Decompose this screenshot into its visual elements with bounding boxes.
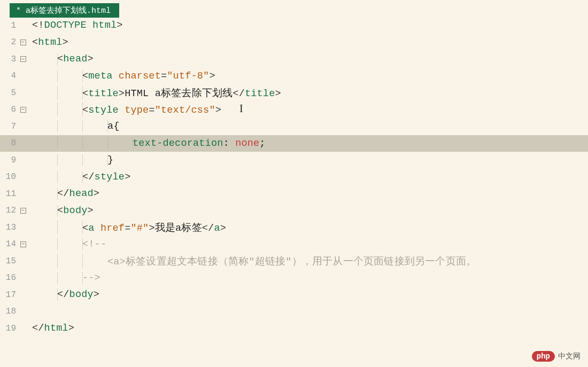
token: > — [119, 88, 125, 99]
code-content[interactable]: </body> — [29, 289, 99, 300]
code-line[interactable]: 8text-decoration: none; — [0, 135, 588, 152]
code-line[interactable]: 1<!DOCTYPE html> — [0, 17, 588, 34]
code-content[interactable]: a{ — [29, 121, 120, 132]
code-line[interactable]: 13<a href="#">我是a标签</a> — [0, 219, 588, 236]
code-line[interactable]: 4<meta charset="utf-8"> — [0, 68, 588, 85]
file-tab[interactable]: * a标签去掉下划线.html — [10, 3, 119, 18]
token: = — [149, 105, 154, 116]
code-content[interactable]: <meta charset="utf-8"> — [29, 71, 215, 82]
code-content[interactable]: text-decoration: none; — [29, 138, 266, 149]
code-line[interactable]: 19</html> — [0, 320, 588, 337]
token — [95, 223, 100, 234]
fold-gutter: − — [17, 241, 29, 247]
line-number: 11 — [0, 189, 17, 199]
token: < — [32, 37, 38, 48]
code-line[interactable]: 10</style> — [0, 169, 588, 186]
token: > — [94, 188, 99, 199]
token: <!-- — [82, 239, 106, 250]
indent-guide — [57, 53, 58, 65]
token: href — [100, 223, 125, 234]
line-number: 15 — [0, 256, 17, 266]
token: < — [82, 105, 88, 116]
code-content[interactable]: --> — [29, 272, 100, 284]
code-content[interactable]: <head> — [29, 53, 94, 65]
token: "#" — [130, 223, 149, 234]
fold-toggle-icon[interactable]: − — [20, 56, 26, 62]
code-line[interactable]: 16--> — [0, 270, 588, 287]
token: body — [69, 289, 94, 300]
indent-guide — [82, 272, 83, 284]
indent-guide — [133, 138, 133, 149]
line-number: 1 — [0, 21, 17, 30]
code-line[interactable]: 11</head> — [0, 185, 588, 202]
line-number: 2 — [0, 37, 17, 47]
indent-guide — [57, 205, 58, 216]
code-content[interactable]: </head> — [29, 188, 99, 199]
code-line[interactable]: 2−<html> — [0, 34, 588, 51]
indent-guide — [107, 154, 108, 166]
code-content[interactable]: <title>HTML a标签去除下划线</title> — [29, 86, 281, 99]
indent-guide — [57, 272, 58, 284]
token: > — [215, 105, 221, 116]
token: a — [214, 223, 220, 234]
code-line[interactable]: 15<a>标签设置超文本链接（简称"超链接"），用于从一个页面链接到另一个页面。 — [0, 253, 588, 270]
token: > — [125, 171, 130, 183]
line-number: 5 — [0, 88, 17, 98]
fold-gutter: − — [17, 208, 29, 214]
token: "utf-8" — [167, 71, 209, 82]
token: > — [275, 88, 281, 99]
token: "text/css" — [155, 105, 215, 116]
token: < — [57, 53, 63, 65]
token: --> — [82, 272, 100, 284]
line-number: 14 — [0, 239, 17, 249]
indent-guide — [82, 254, 83, 268]
code-line[interactable]: 9} — [0, 152, 588, 169]
code-line[interactable]: 18 — [0, 303, 588, 321]
token: < — [57, 205, 63, 216]
token: html — [44, 323, 68, 334]
line-number: 6 — [0, 105, 17, 114]
indent-guide — [57, 171, 58, 183]
indent-guide — [57, 103, 58, 116]
line-number: 3 — [0, 54, 17, 64]
code-content[interactable]: } — [29, 154, 113, 166]
code-content[interactable]: <style type="text/css"> I — [29, 103, 243, 116]
fold-toggle-icon[interactable]: − — [20, 241, 26, 247]
code-editor[interactable]: 1<!DOCTYPE html>2−<html>3−<head>4<meta c… — [0, 17, 588, 337]
code-content[interactable]: <!DOCTYPE html> — [29, 20, 123, 31]
code-content[interactable]: <body> — [29, 205, 94, 216]
code-content[interactable]: </style> — [29, 171, 130, 183]
indent-guide — [107, 138, 108, 149]
code-content[interactable]: <html> — [29, 37, 68, 48]
fold-toggle-icon[interactable]: − — [20, 208, 26, 214]
token: HTML a标签去除下划线 — [125, 88, 233, 99]
code-line[interactable]: 3−<head> — [0, 51, 588, 68]
indent-guide — [57, 121, 58, 132]
code-line[interactable]: 6−<style type="text/css"> I — [0, 101, 588, 119]
code-content[interactable]: <a href="#">我是a标签</a> — [29, 221, 226, 234]
token: > — [220, 223, 226, 234]
line-number: 9 — [0, 155, 17, 165]
fold-toggle-icon[interactable]: − — [20, 107, 26, 113]
token: = — [161, 71, 167, 82]
token: </ — [202, 223, 214, 234]
text-cursor-icon: I — [239, 103, 243, 114]
indent-guide — [57, 289, 58, 300]
indent-guide — [82, 121, 83, 132]
code-content[interactable]: <a>标签设置超文本链接（简称"超链接"），用于从一个页面链接到另一个页面。 — [29, 254, 476, 268]
code-line[interactable]: 14−<!-- — [0, 236, 588, 253]
code-line[interactable]: 17</body> — [0, 286, 588, 303]
token: html — [38, 37, 62, 48]
fold-toggle-icon[interactable]: − — [20, 40, 26, 45]
code-line[interactable]: 5<title>HTML a标签去除下划线</title> — [0, 84, 588, 101]
token: < — [82, 223, 88, 234]
token — [87, 20, 92, 31]
code-line[interactable]: 7a{ — [0, 118, 588, 135]
token: 我是a标签 — [155, 223, 202, 234]
indent-guide — [82, 171, 83, 183]
code-content[interactable]: </html> — [29, 323, 74, 334]
token: a — [88, 223, 94, 234]
fold-gutter: − — [17, 107, 29, 113]
code-content[interactable]: <!-- — [29, 239, 106, 250]
code-line[interactable]: 12−<body> — [0, 202, 588, 220]
